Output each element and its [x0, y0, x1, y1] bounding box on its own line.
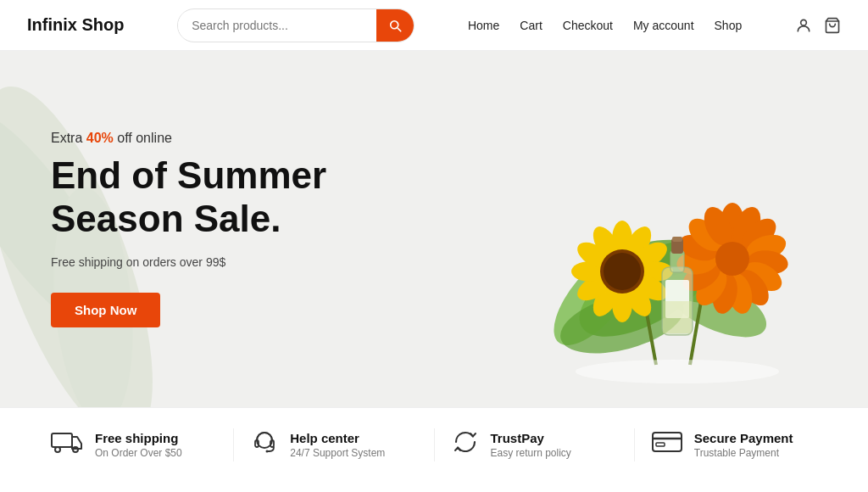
svg-point-55 [266, 450, 269, 453]
nav-cart[interactable]: Cart [520, 19, 542, 32]
feature-free-shipping-text: Free shipping On Order Over $50 [95, 431, 182, 459]
hero-shipping-text: Free shipping on orders over 99$ [51, 255, 326, 269]
feature-trustpay: TrustPay Easy return policy [435, 428, 635, 461]
feature-trustpay-title: TrustPay [491, 431, 571, 445]
feature-trustpay-subtitle: Easy return policy [491, 447, 571, 459]
feature-help-center-text: Help center 24/7 Support System [290, 431, 385, 459]
hero-subtitle: Extra 40% off online [51, 131, 326, 146]
feature-trustpay-text: TrustPay Easy return policy [491, 431, 571, 459]
user-icon[interactable] [795, 17, 812, 34]
feature-free-shipping: Free shipping On Order Over $50 [34, 428, 234, 461]
main-nav: Home Cart Checkout My account Shop [468, 19, 742, 32]
feature-secure-payment-text: Secure Payment Trustable Payment [694, 431, 793, 459]
svg-point-0 [801, 20, 807, 25]
search-icon [387, 18, 403, 33]
cart-icon[interactable] [824, 17, 841, 34]
feature-help-center: Help center 24/7 Support System [234, 428, 434, 461]
nav-checkout[interactable]: Checkout [563, 19, 613, 32]
feature-free-shipping-title: Free shipping [95, 431, 182, 445]
refresh-icon [452, 428, 479, 461]
svg-point-48 [576, 360, 779, 383]
feature-secure-payment-title: Secure Payment [694, 431, 793, 445]
features-strip: Free shipping On Order Over $50 Help cen… [0, 407, 868, 482]
feature-secure-payment: Secure Payment Trustable Payment [635, 428, 834, 461]
svg-point-50 [55, 447, 60, 452]
hero-title: End of Summer Season Sale. [51, 154, 326, 240]
svg-rect-47 [663, 301, 692, 333]
nav-shop[interactable]: Shop [715, 19, 743, 32]
svg-rect-45 [672, 237, 682, 242]
hero-content: Extra 40% off online End of Summer Seaso… [0, 131, 326, 327]
header-icons [795, 17, 841, 34]
svg-rect-56 [653, 433, 682, 451]
feature-free-shipping-subtitle: On Order Over $50 [95, 447, 182, 459]
nav-myaccount[interactable]: My account [633, 19, 694, 32]
card-icon [652, 430, 682, 460]
search-bar [177, 8, 415, 42]
headset-icon [251, 428, 278, 461]
site-logo: Infinix Shop [27, 15, 124, 35]
svg-rect-49 [52, 433, 72, 447]
svg-point-25 [604, 253, 641, 290]
search-input[interactable] [178, 12, 376, 39]
shop-now-button[interactable]: Shop Now [51, 293, 160, 327]
feature-help-center-subtitle: 24/7 Support System [290, 447, 385, 459]
hero-image [391, 51, 868, 407]
truck-icon [51, 430, 83, 460]
hero-discount: 40% [86, 131, 114, 145]
site-header: Infinix Shop Home Cart Checkout My accou… [0, 0, 868, 51]
feature-secure-payment-subtitle: Trustable Payment [694, 447, 793, 459]
feature-help-center-title: Help center [290, 431, 385, 445]
svg-rect-58 [656, 443, 665, 446]
svg-point-41 [715, 242, 749, 276]
search-button[interactable] [376, 9, 414, 42]
nav-home[interactable]: Home [468, 19, 499, 32]
hero-section: Extra 40% off online End of Summer Seaso… [0, 51, 868, 407]
